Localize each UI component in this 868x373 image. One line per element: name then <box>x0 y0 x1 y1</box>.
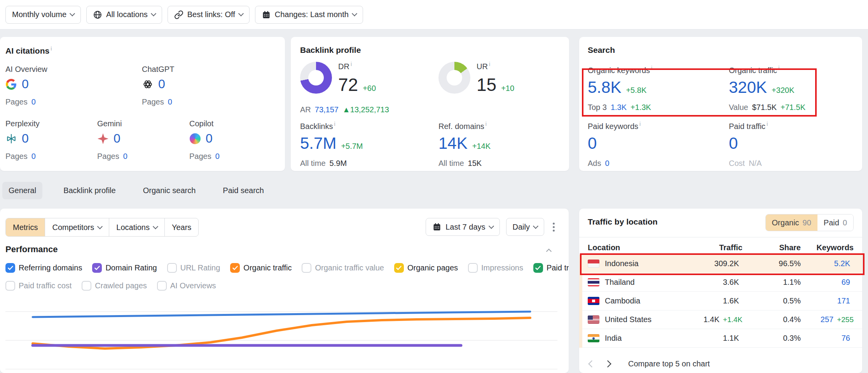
filters-toolbar: Monthly volume All locations Best links:… <box>0 0 868 30</box>
segment-metrics[interactable]: Metrics <box>6 218 45 236</box>
engine-copilot: Copilot 0 Pages0 <box>189 119 220 161</box>
ur-metric: URi 15+10 <box>477 61 514 95</box>
monthly-volume-dropdown[interactable]: Monthly volume <box>5 6 81 24</box>
link-icon <box>174 10 183 19</box>
info-icon[interactable]: i <box>651 65 652 71</box>
column-share[interactable]: Share <box>742 243 801 252</box>
toggle-organic[interactable]: Organic90 <box>766 214 817 231</box>
checkbox-crawled-pages[interactable]: Crawled pages <box>82 281 147 291</box>
column-keywords[interactable]: Keywords <box>801 243 854 252</box>
collapse-section-button[interactable] <box>547 248 551 255</box>
checkbox-ai-overviews[interactable]: AI Overviews <box>157 281 216 291</box>
segment-competitors[interactable]: Competitors <box>45 218 109 236</box>
tab-paid-search[interactable]: Paid search <box>217 182 270 199</box>
pages-value[interactable]: 0 <box>31 98 36 106</box>
ref-domains-value[interactable]: 14K <box>438 134 468 153</box>
checkbox-paid-traffic[interactable]: Paid traffic <box>533 263 569 273</box>
table-row-indonesia[interactable]: Indonesia 309.2K 96.5% 5.2K <box>579 254 862 273</box>
top3-value[interactable]: 1.3K <box>611 103 627 112</box>
backlinks-value[interactable]: 5.7M <box>300 134 336 153</box>
info-icon[interactable]: i <box>51 45 52 52</box>
engine-perplexity: Perplexity 0 Pages0 <box>5 119 40 161</box>
table-row-cambodia[interactable]: Cambodia 1.6K 0.5% 171 <box>579 292 862 310</box>
tab-organic-search[interactable]: Organic search <box>137 182 202 199</box>
pages-value[interactable]: 0 <box>168 98 172 106</box>
checkbox-paid-traffic-cost[interactable]: Paid traffic cost <box>5 281 72 291</box>
info-icon[interactable]: i <box>767 121 768 127</box>
column-traffic[interactable]: Traffic <box>676 243 742 252</box>
calendar-icon <box>262 10 271 19</box>
tab-backlink-profile[interactable]: Backlink profile <box>57 182 122 199</box>
chevron-up-icon <box>546 249 552 254</box>
performance-card: Metrics Competitors Locations Years Last… <box>0 209 569 373</box>
checkbox-domain-rating[interactable]: Domain Rating <box>92 263 157 273</box>
ar-label: AR <box>300 105 311 114</box>
engine-chatgpt: ChatGPT 0 Pages0 <box>142 65 174 106</box>
ads-value[interactable]: 0 <box>605 159 609 168</box>
organic-keywords-value[interactable]: 5.8K <box>588 78 621 97</box>
checkbox-referring-domains[interactable]: Referring domains <box>5 263 82 273</box>
more-options-icon[interactable] <box>550 220 557 234</box>
column-location[interactable]: Location <box>588 243 676 252</box>
changes-dropdown[interactable]: Changes: Last month <box>255 6 363 24</box>
engine-value[interactable]: 0 <box>206 131 213 146</box>
performance-chart[interactable] <box>5 307 561 373</box>
previous-page-icon[interactable] <box>588 360 595 367</box>
chart-date-controls: Last 7 days Daily <box>426 218 557 236</box>
info-icon[interactable]: i <box>486 121 487 127</box>
checkbox-impressions[interactable]: Impressions <box>468 263 523 273</box>
segment-locations[interactable]: Locations <box>109 218 164 236</box>
info-icon[interactable]: i <box>639 121 641 127</box>
pages-value[interactable]: 0 <box>215 152 220 161</box>
checkbox-organic-traffic-value[interactable]: Organic traffic value <box>302 263 384 273</box>
ar-value[interactable]: 73,157 <box>315 105 339 114</box>
tab-general[interactable]: General <box>2 182 42 199</box>
engine-value[interactable]: 0 <box>22 131 29 146</box>
info-icon[interactable]: i <box>334 121 335 127</box>
checkbox-url-rating[interactable]: URL Rating <box>167 263 220 273</box>
engine-value[interactable]: 0 <box>22 77 29 91</box>
granularity-dropdown[interactable]: Daily <box>506 218 544 236</box>
engine-value[interactable]: 0 <box>158 77 165 91</box>
chevron-down-icon <box>97 223 103 229</box>
next-page-icon[interactable] <box>604 360 611 367</box>
search-title: Search <box>588 45 615 55</box>
info-icon[interactable]: i <box>489 61 490 67</box>
monthly-volume-label: Monthly volume <box>12 10 66 19</box>
segment-years[interactable]: Years <box>164 218 198 236</box>
ur-donut-chart <box>438 62 470 94</box>
keywords-link[interactable]: 69 <box>842 278 850 287</box>
engine-value[interactable]: 0 <box>114 131 121 146</box>
chevron-down-icon <box>352 11 357 16</box>
chart-mode-segments: Metrics Competitors Locations Years <box>5 218 199 237</box>
keywords-link[interactable]: 5.2K <box>834 259 850 268</box>
search-card: Search Organic keywordsi 5.8K+5.8K Top 3… <box>579 37 862 171</box>
openai-icon <box>142 78 154 90</box>
checkbox-organic-pages[interactable]: Organic pages <box>394 263 458 273</box>
compare-top5-link[interactable]: Compare top 5 on chart <box>628 359 710 368</box>
locations-dropdown[interactable]: All locations <box>86 6 162 24</box>
chevron-down-icon <box>153 223 158 229</box>
table-row-united-states[interactable]: United States 1.4K+1.4K 0.4% 257+255 <box>579 310 862 329</box>
organic-traffic-value[interactable]: 320K <box>729 78 767 97</box>
pages-value[interactable]: 0 <box>123 152 127 161</box>
keywords-link[interactable]: 171 <box>837 296 850 305</box>
keywords-link[interactable]: 76 <box>842 334 850 343</box>
checkbox-organic-traffic[interactable]: Organic traffic <box>230 263 292 273</box>
copilot-icon <box>189 133 201 145</box>
paid-traffic-value[interactable]: 0 <box>729 134 738 153</box>
toggle-paid[interactable]: Paid0 <box>817 214 853 231</box>
engine-name: ChatGPT <box>142 65 174 74</box>
best-links-dropdown[interactable]: Best links: Off <box>168 6 250 24</box>
paid-keywords-value[interactable]: 0 <box>588 134 597 153</box>
organic-traffic-metric: Organic traffici 320K+320K Value$71.5K+7… <box>729 65 805 112</box>
keywords-link[interactable]: 257 <box>821 315 833 324</box>
dr-delta: +60 <box>363 84 376 93</box>
dr-value: 72 <box>338 74 358 95</box>
table-row-thailand[interactable]: Thailand 3.6K 1.1% 69 <box>579 273 862 292</box>
pages-value[interactable]: 0 <box>31 152 36 161</box>
info-icon[interactable]: i <box>351 61 352 67</box>
date-range-dropdown[interactable]: Last 7 days <box>426 218 499 236</box>
info-icon[interactable]: i <box>778 65 779 71</box>
table-row-india[interactable]: India 1.1K 0.3% 76 <box>579 329 862 348</box>
